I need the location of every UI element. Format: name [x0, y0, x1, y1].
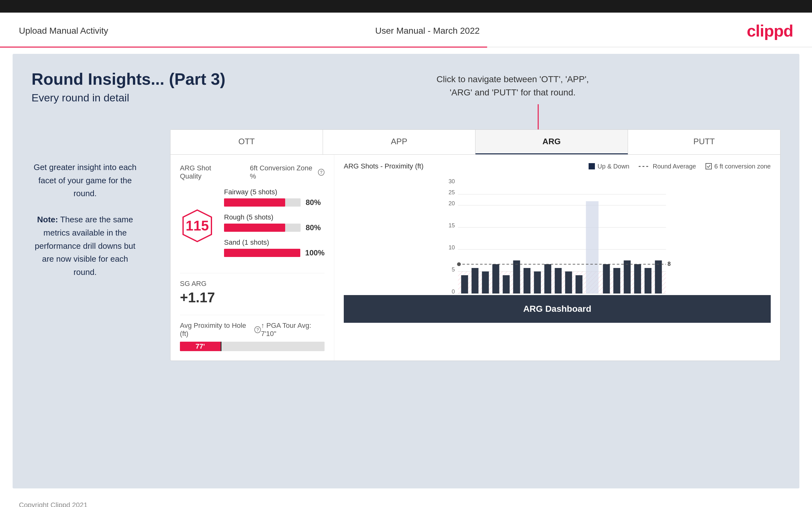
bar-pct-sand: 100% — [305, 248, 324, 257]
svg-text:30: 30 — [448, 178, 455, 184]
bar-row-sand: Sand (1 shots) 100% — [224, 238, 324, 257]
bar-track-fairway — [224, 199, 301, 207]
svg-rect-24 — [493, 264, 499, 293]
tab-ott[interactable]: OTT — [170, 130, 323, 154]
header: Upload Manual Activity User Manual - Mar… — [0, 13, 812, 47]
tab-arg[interactable]: ARG — [475, 130, 628, 154]
svg-text:5: 5 — [452, 267, 455, 273]
shot-quality-label: ARG Shot Quality — [180, 164, 231, 180]
footer: Copyright Clippd 2021 — [0, 495, 812, 507]
page-title: Round Insights... (Part 3) — [32, 70, 780, 89]
header-divider — [0, 47, 812, 48]
svg-rect-34 — [603, 264, 610, 293]
svg-rect-39 — [655, 261, 662, 293]
left-panel: ARG Shot Quality 6ft Conversion Zone % ?… — [170, 155, 334, 360]
side-note: Note: — [37, 215, 58, 224]
chart-area: 0 5 10 15 20 25 30 — [344, 175, 771, 295]
svg-text:20: 20 — [448, 200, 455, 207]
panel-header: ARG Shot Quality 6ft Conversion Zone % ? — [180, 164, 324, 180]
svg-rect-22 — [472, 268, 478, 293]
chart-svg: 0 5 10 15 20 25 30 — [344, 175, 771, 295]
tab-putt[interactable]: PUTT — [628, 130, 780, 154]
top-bar — [0, 0, 812, 13]
svg-text:8: 8 — [668, 261, 671, 267]
conversion-label: 6ft Conversion Zone % ? — [250, 164, 324, 180]
svg-text:10: 10 — [448, 244, 455, 251]
side-text: Get greater insight into each facet of y… — [32, 161, 139, 279]
svg-text:25: 25 — [448, 189, 455, 195]
user-manual-label: User Manual - March 2022 — [375, 26, 479, 36]
tour-avg-label: ↑ PGA Tour Avg: 7'10" — [261, 322, 324, 338]
svg-rect-36 — [624, 261, 631, 293]
dashboard-widget: OTT APP ARG PUTT ARG Shot Quality 6ft Co… — [170, 129, 780, 361]
svg-point-41 — [457, 262, 461, 266]
bar-fill-fairway — [224, 199, 285, 207]
bar-label-sand: Sand (1 shots) — [224, 238, 324, 246]
bar-pct-fairway: 80% — [306, 198, 324, 207]
copyright: Copyright Clippd 2021 — [19, 501, 88, 507]
bar-row-fairway: Fairway (5 shots) 80% — [224, 188, 324, 207]
svg-rect-28 — [534, 272, 541, 293]
hexagon: 115 — [180, 209, 215, 243]
bar-label-fairway: Fairway (5 shots) — [224, 188, 324, 196]
chart-title: ARG Shots - Proximity (ft) — [344, 162, 423, 170]
bar-row-rough: Rough (5 shots) 80% — [224, 213, 324, 232]
proximity-section: Avg Proximity to Hole (ft) ? ↑ PGA Tour … — [180, 315, 324, 351]
bars-container: Fairway (5 shots) 80% Rough (5 shots) — [224, 188, 324, 264]
bar-fill-rough — [224, 224, 285, 232]
svg-rect-27 — [524, 268, 530, 293]
svg-rect-30 — [555, 268, 562, 293]
page-subtitle: Every round in detail — [32, 92, 780, 104]
sg-label: SG ARG — [180, 280, 324, 288]
svg-rect-29 — [545, 264, 551, 293]
bar-pct-rough: 80% — [306, 223, 324, 232]
sg-value: +1.17 — [180, 290, 324, 305]
proximity-bar-track: 77' — [180, 342, 324, 351]
svg-rect-38 — [645, 268, 652, 293]
svg-rect-26 — [513, 261, 520, 293]
legend-conversion: 6 ft conversion zone — [706, 163, 771, 170]
svg-text:15: 15 — [448, 222, 455, 229]
svg-rect-32 — [576, 275, 582, 293]
main-content: Round Insights... (Part 3) Every round i… — [13, 54, 799, 489]
hex-score-area: 115 Fairway (5 shots) 80% — [180, 188, 324, 264]
right-panel: ARG Shots - Proximity (ft) Up & Down Rou… — [334, 155, 780, 360]
proximity-header: Avg Proximity to Hole (ft) ? ↑ PGA Tour … — [180, 322, 324, 338]
tabs-bar: OTT APP ARG PUTT — [170, 130, 780, 155]
svg-rect-23 — [482, 272, 489, 293]
bar-label-rough: Rough (5 shots) — [224, 213, 324, 221]
sg-section: SG ARG +1.17 — [180, 273, 324, 305]
svg-rect-31 — [565, 272, 572, 293]
chart-legend: Up & Down Round Average — [589, 163, 771, 170]
upload-manual-label: Upload Manual Activity — [19, 26, 108, 36]
widget-body: ARG Shot Quality 6ft Conversion Zone % ?… — [170, 155, 780, 360]
help-icon[interactable]: ? — [318, 169, 324, 176]
proximity-help-icon[interactable]: ? — [254, 326, 261, 333]
chart-header: ARG Shots - Proximity (ft) Up & Down Rou… — [344, 162, 771, 170]
bar-track-sand — [224, 249, 300, 257]
legend-round-avg: Round Average — [639, 163, 696, 170]
legend-dash-icon — [639, 166, 650, 167]
legend-check-icon — [706, 163, 712, 169]
tab-app[interactable]: APP — [323, 130, 475, 154]
proximity-bar-fill: 77' — [180, 342, 220, 351]
svg-line-5 — [708, 165, 710, 168]
proximity-cursor — [220, 342, 221, 351]
svg-rect-21 — [461, 275, 468, 293]
svg-text:0: 0 — [452, 288, 455, 295]
hex-number: 115 — [186, 218, 209, 234]
legend-updown: Up & Down — [589, 163, 629, 170]
arg-dashboard-button[interactable]: ARG Dashboard — [344, 295, 771, 323]
bar-fill-sand — [224, 249, 300, 257]
legend-updown-icon — [589, 163, 595, 169]
proximity-label: Avg Proximity to Hole (ft) ? — [180, 322, 261, 338]
bar-track-rough — [224, 224, 301, 232]
svg-rect-25 — [503, 275, 510, 293]
clippd-logo: clippd — [747, 21, 793, 40]
svg-rect-33 — [586, 201, 599, 293]
svg-rect-35 — [613, 268, 620, 293]
svg-rect-37 — [634, 264, 641, 293]
nav-hint: Click to navigate between 'OTT', 'APP', … — [437, 73, 589, 99]
